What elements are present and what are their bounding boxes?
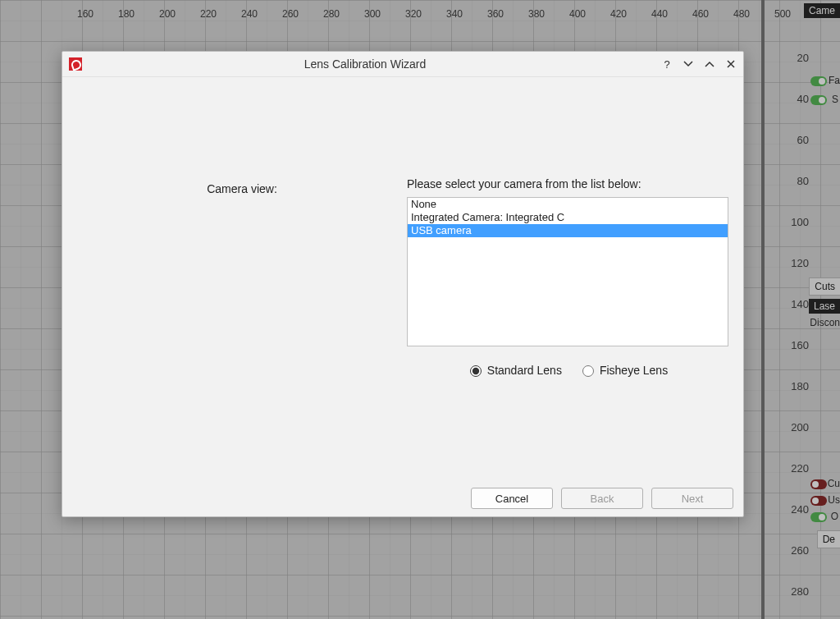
help-button[interactable]: ? [661,58,673,70]
camera-list-item[interactable]: USB camera [408,224,728,237]
standard-lens-label: Standard Lens [487,364,562,377]
camera-list-item[interactable]: Integrated Camera: Integrated C [408,211,728,224]
back-button[interactable]: Back [561,488,643,509]
standard-lens-radio-input[interactable] [470,365,482,377]
collapse-down-icon[interactable] [682,58,694,70]
dialog-titlebar: Lens Calibration Wizard ? [62,52,743,77]
camera-listbox[interactable]: NoneIntegrated Camera: Integrated CUSB c… [407,197,728,346]
select-camera-label: Please select your camera from the list … [407,100,728,190]
collapse-up-icon[interactable] [704,58,715,70]
next-button[interactable]: Next [651,488,733,509]
standard-lens-radio[interactable]: Standard Lens [466,363,562,377]
dialog-footer: Cancel Back Next [62,480,743,516]
close-button[interactable] [725,58,737,70]
dialog-title: Lens Calibration Wizard [69,57,661,71]
camera-view-label: Camera view: [77,100,407,465]
fisheye-lens-radio[interactable]: Fisheye Lens [578,363,668,377]
lens-calibration-dialog: Lens Calibration Wizard ? Camera view: P… [62,51,744,517]
cancel-button[interactable]: Cancel [471,488,553,509]
fisheye-lens-label: Fisheye Lens [600,364,668,377]
camera-list-item[interactable]: None [408,198,728,211]
fisheye-lens-radio-input[interactable] [582,365,594,377]
dialog-body: Camera view: Please select your camera f… [62,77,743,480]
app-icon [69,57,82,71]
